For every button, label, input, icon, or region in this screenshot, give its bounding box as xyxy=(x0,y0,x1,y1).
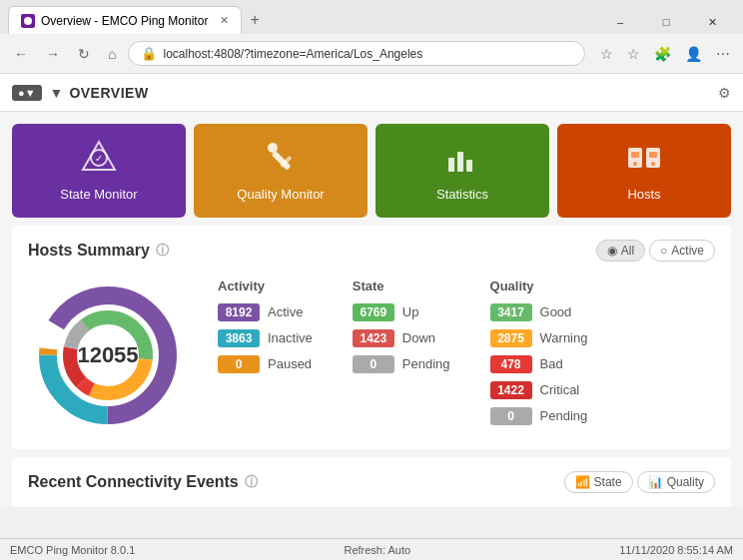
forward-button[interactable]: → xyxy=(40,42,66,66)
quality-bad-row: 478 Bad xyxy=(490,355,588,373)
quality-monitor-icon xyxy=(263,140,299,179)
activity-column: Activity 8192 Active 3863 Inactive 0 Pau… xyxy=(218,279,313,433)
state-monitor-icon: ✓ xyxy=(79,140,119,179)
recent-connectivity-label: Recent Connectivity Events xyxy=(28,473,239,491)
tile-hosts[interactable]: Hosts xyxy=(557,124,731,218)
quality-chart-icon: 📊 xyxy=(648,475,663,489)
quality-chart-label: Quality xyxy=(667,475,704,489)
chart-toggle-buttons: 📶 State 📊 Quality xyxy=(564,471,715,493)
filter-all-label: All xyxy=(621,244,634,258)
recent-header: Recent Connectivity Events ⓘ 📶 State 📊 Q… xyxy=(28,471,715,493)
page-title: OVERVIEW xyxy=(69,85,718,101)
activity-inactive-label: Inactive xyxy=(268,330,313,345)
state-monitor-label: State Monitor xyxy=(60,187,137,202)
profile-icon[interactable]: 👤 xyxy=(680,42,707,66)
radio-active-icon: ○ xyxy=(660,244,667,258)
tile-state-monitor[interactable]: ✓ State Monitor xyxy=(12,124,186,218)
bookmark-star-icon[interactable]: ☆ xyxy=(595,42,618,66)
quality-critical-label: Critical xyxy=(540,382,580,397)
filter-active-label: Active xyxy=(671,244,704,258)
tile-statistics[interactable]: Statistics xyxy=(375,124,549,218)
section-title: Hosts Summary ⓘ xyxy=(28,242,169,260)
state-chart-button[interactable]: 📶 State xyxy=(564,471,633,493)
state-down-badge: 1423 xyxy=(353,329,394,347)
state-pending-badge: 0 xyxy=(353,355,394,373)
hosts-summary-section: Hosts Summary ⓘ ◉ All ○ Active xyxy=(12,226,731,449)
settings-icon[interactable]: ⚙ xyxy=(718,85,731,101)
quality-warning-badge: 2875 xyxy=(490,329,532,347)
state-title: State xyxy=(353,279,450,293)
activity-active-row: 8192 Active xyxy=(218,303,313,321)
lock-icon: 🔒 xyxy=(141,46,157,61)
quality-good-label: Good xyxy=(540,304,572,319)
quality-pending-badge: 0 xyxy=(490,407,532,425)
tab-favicon xyxy=(21,14,35,28)
status-bar: EMCO Ping Monitor 8.0.1 Refresh: Auto 11… xyxy=(0,538,743,560)
filter-buttons: ◉ All ○ Active xyxy=(596,240,715,262)
app-logo: ●▼ xyxy=(12,85,42,101)
tab-title: Overview - EMCO Ping Monitor xyxy=(41,14,208,28)
recent-connectivity-section: Recent Connectivity Events ⓘ 📶 State 📊 Q… xyxy=(12,457,731,507)
refresh-status: Refresh: Auto xyxy=(344,544,410,556)
summary-body: 12055 Activity 8192 Active 3863 Inactive xyxy=(28,276,715,435)
new-tab-button[interactable]: + xyxy=(242,6,267,34)
quality-monitor-label: Quality Monitor xyxy=(237,187,324,202)
recent-title: Recent Connectivity Events ⓘ xyxy=(28,473,258,491)
address-bar[interactable]: 🔒 localhost:4808/?timezone=America/Los_A… xyxy=(128,41,585,66)
statistics-icon xyxy=(444,140,480,179)
activity-paused-badge: 0 xyxy=(218,355,260,373)
svg-text:✓: ✓ xyxy=(95,153,103,164)
state-up-row: 6769 Up xyxy=(353,303,450,321)
quality-warning-label: Warning xyxy=(540,330,588,345)
main-content: ✓ State Monitor Quality Monitor xyxy=(0,112,743,507)
reload-button[interactable]: ↻ xyxy=(72,42,96,66)
browser-tab-bar: Overview - EMCO Ping Monitor ✕ + – □ ✕ xyxy=(0,0,743,34)
svg-rect-9 xyxy=(466,160,472,172)
svg-rect-7 xyxy=(448,158,454,172)
maximize-button[interactable]: □ xyxy=(643,6,689,38)
extensions-icon[interactable]: 🧩 xyxy=(649,42,676,66)
back-button[interactable]: ← xyxy=(8,42,34,66)
filter-active-button[interactable]: ○ Active xyxy=(649,240,715,262)
nav-tiles: ✓ State Monitor Quality Monitor xyxy=(0,112,743,226)
activity-active-badge: 8192 xyxy=(218,303,260,321)
state-down-row: 1423 Down xyxy=(353,329,450,347)
quality-chart-button[interactable]: 📊 Quality xyxy=(637,471,715,493)
app-header: ●▼ ▼ OVERVIEW ⚙ xyxy=(0,74,743,112)
reading-list-icon[interactable]: ☆ xyxy=(622,42,645,66)
filter-icon[interactable]: ▼ xyxy=(50,85,64,101)
quality-title: Quality xyxy=(490,279,588,293)
close-button[interactable]: ✕ xyxy=(689,6,735,38)
minimize-button[interactable]: – xyxy=(597,6,643,38)
quality-good-row: 3417 Good xyxy=(490,303,588,321)
state-chart-label: State xyxy=(594,475,622,489)
state-chart-icon: 📶 xyxy=(575,475,590,489)
active-tab[interactable]: Overview - EMCO Ping Monitor ✕ xyxy=(8,6,242,34)
filter-all-button[interactable]: ◉ All xyxy=(596,240,645,262)
state-column: State 6769 Up 1423 Down 0 Pending xyxy=(353,279,450,433)
more-options-icon[interactable]: ⋯ xyxy=(711,42,735,66)
stats-columns: Activity 8192 Active 3863 Inactive 0 Pau… xyxy=(218,279,715,433)
quality-pending-row: 0 Pending xyxy=(490,407,588,425)
svg-point-15 xyxy=(651,162,655,166)
state-up-label: Up xyxy=(402,304,419,319)
recent-info-icon: ⓘ xyxy=(245,473,258,491)
svg-rect-13 xyxy=(649,152,657,158)
quality-bad-label: Bad xyxy=(540,356,563,371)
donut-chart: 12055 xyxy=(28,276,188,435)
browser-toolbar: ← → ↻ ⌂ 🔒 localhost:4808/?timezone=Ameri… xyxy=(0,34,743,74)
tab-close-btn[interactable]: ✕ xyxy=(220,14,229,27)
quality-good-badge: 3417 xyxy=(490,303,532,321)
state-up-badge: 6769 xyxy=(353,303,394,321)
home-button[interactable]: ⌂ xyxy=(102,42,122,66)
state-pending-row: 0 Pending xyxy=(353,355,450,373)
tile-quality-monitor[interactable]: Quality Monitor xyxy=(194,124,368,218)
svg-rect-12 xyxy=(631,152,639,158)
svg-point-5 xyxy=(268,143,278,153)
donut-total: 12055 xyxy=(77,342,138,368)
quality-critical-badge: 1422 xyxy=(490,381,532,399)
quality-pending-label: Pending xyxy=(540,408,588,423)
activity-paused-label: Paused xyxy=(268,356,312,371)
hosts-icon xyxy=(624,140,664,179)
statistics-label: Statistics xyxy=(436,187,488,202)
